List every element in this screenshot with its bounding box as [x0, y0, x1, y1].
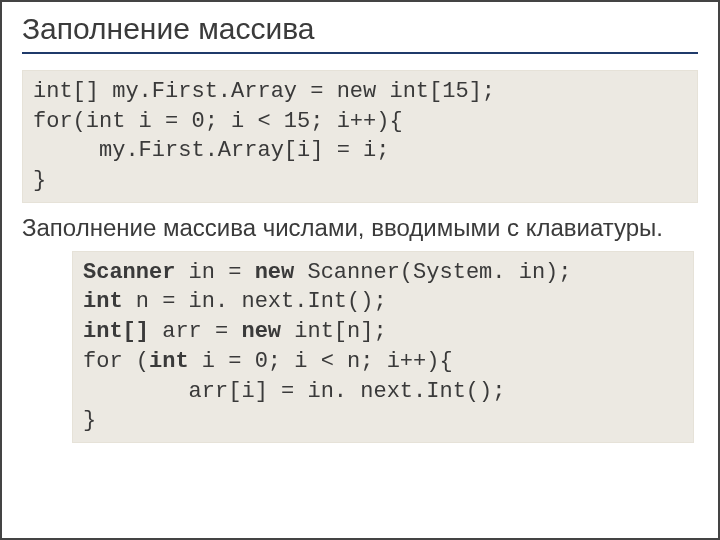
code2-l1b: Scanner(System. in);: [294, 260, 571, 285]
code2-l2: n = in. next.Int();: [123, 289, 387, 314]
code1-line1: int[] my.First.Array = new int[15];: [33, 79, 495, 104]
slide-title: Заполнение массива: [22, 12, 698, 54]
code-block-1: int[] my.First.Array = new int[15]; for(…: [22, 70, 698, 203]
kw-int: int: [83, 289, 123, 314]
kw-scanner: Scanner: [83, 260, 175, 285]
code2-l3b: int[n];: [281, 319, 387, 344]
kw-new: new: [255, 260, 295, 285]
code1-line2: for(int i = 0; i < 15; i++){: [33, 109, 403, 134]
code2-l5: arr[i] = in. next.Int();: [83, 379, 505, 404]
title-wrap: Заполнение массива: [2, 2, 718, 58]
code2-l6: }: [83, 408, 96, 433]
code1-line3: my.First.Array[i] = i;: [33, 138, 389, 163]
code1-line4: }: [33, 168, 46, 193]
kw-new2: new: [241, 319, 281, 344]
slide: Заполнение массива int[] my.First.Array …: [0, 0, 720, 540]
kw-intarr: int[]: [83, 319, 149, 344]
code-block-2: Scanner in = new Scanner(System. in); in…: [72, 251, 694, 443]
code2-l1a: in =: [175, 260, 254, 285]
body-text: Заполнение массива числами, вводимыми с …: [22, 213, 698, 243]
slide-content: int[] my.First.Array = new int[15]; for(…: [2, 58, 718, 443]
kw-int2: int: [149, 349, 189, 374]
code2-l4a: for (: [83, 349, 149, 374]
code2-l3a: arr =: [149, 319, 241, 344]
code2-l4b: i = 0; i < n; i++){: [189, 349, 453, 374]
